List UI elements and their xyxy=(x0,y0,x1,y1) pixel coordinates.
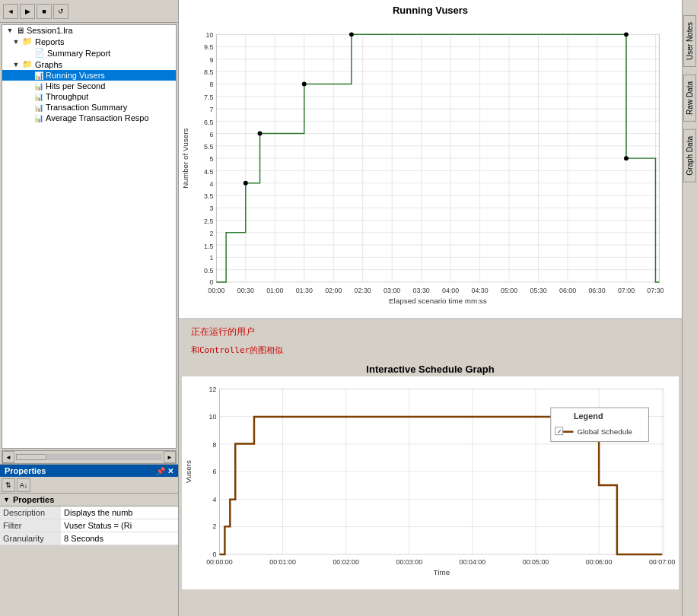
tree-label-hits: Hits per Second xyxy=(46,81,105,90)
tree-item-graphs[interactable]: ▼ 📁 Graphs xyxy=(2,59,176,70)
svg-text:3.5: 3.5 xyxy=(204,192,213,200)
svg-text:6.5: 6.5 xyxy=(204,119,213,126)
svg-text:02:30: 02:30 xyxy=(355,287,371,294)
tab-graph-data[interactable]: Graph Data xyxy=(683,129,696,183)
svg-point-80 xyxy=(302,82,307,87)
tree-item-txnsummary[interactable]: 📊 Transaction Summary xyxy=(2,102,176,113)
svg-text:05:30: 05:30 xyxy=(530,287,546,294)
scroll-right-btn[interactable]: ► xyxy=(164,451,176,463)
prop-val-granularity: 8 Seconds xyxy=(61,532,178,545)
prop-row-description: Description Displays the numb xyxy=(0,506,178,519)
svg-text:00:05:00: 00:05:00 xyxy=(523,558,549,566)
svg-text:0: 0 xyxy=(209,278,213,286)
svg-text:12: 12 xyxy=(209,386,217,393)
svg-text:3: 3 xyxy=(209,205,213,212)
horizontal-scrollbar[interactable]: ◄ ► xyxy=(2,450,177,464)
svg-text:04:00: 04:00 xyxy=(442,287,459,294)
tree-item-reports[interactable]: ▼ 📁 Reports xyxy=(2,36,176,47)
prop-toolbar: ⇅ A↓ xyxy=(0,477,178,494)
svg-text:4: 4 xyxy=(213,496,217,503)
annotation-area2: 和Controller的图相似 xyxy=(179,345,682,359)
svg-text:Elapsed scenario time mm:ss: Elapsed scenario time mm:ss xyxy=(389,297,487,305)
svg-point-82 xyxy=(624,32,629,37)
svg-text:00:01:00: 00:01:00 xyxy=(269,558,296,566)
tree-item-session[interactable]: ▼ 🖥 Session1.lra xyxy=(2,25,176,36)
svg-point-78 xyxy=(243,181,248,186)
svg-text:00:30: 00:30 xyxy=(237,287,254,294)
svg-text:✓: ✓ xyxy=(557,428,562,435)
svg-text:8: 8 xyxy=(213,441,217,449)
svg-text:0: 0 xyxy=(213,551,217,558)
svg-text:2: 2 xyxy=(213,522,217,530)
expand-icon-txnsummary xyxy=(22,103,34,111)
svg-text:1.5: 1.5 xyxy=(204,243,213,250)
toolbar-btn-3[interactable]: ■ xyxy=(37,4,52,19)
scroll-thumb[interactable] xyxy=(16,454,46,460)
expand-icon-throughput xyxy=(22,93,34,100)
svg-text:6: 6 xyxy=(209,131,213,138)
pin-icon: 📌 ✕ xyxy=(156,467,173,475)
tree-label-graphs: Graphs xyxy=(35,60,62,69)
tree-item-hits[interactable]: 📊 Hits per Second xyxy=(2,81,176,91)
expand-icon-summary xyxy=(22,49,34,57)
svg-text:07:30: 07:30 xyxy=(647,287,664,294)
svg-text:05:00: 05:00 xyxy=(501,287,517,294)
tree-label-session: Session1.lra xyxy=(27,26,73,35)
tree-item-summary[interactable]: 📄 Summary Report xyxy=(2,47,176,59)
svg-text:10: 10 xyxy=(209,413,217,421)
tree-area: ▼ 🖥 Session1.lra ▼ 📁 Reports 📄 Summary R… xyxy=(2,24,177,449)
tab-raw-data[interactable]: Raw Data xyxy=(683,75,696,122)
svg-text:00:00: 00:00 xyxy=(208,287,224,294)
expand-icon-graphs: ▼ xyxy=(10,61,22,68)
tab-user-notes[interactable]: User Notes xyxy=(683,15,696,67)
svg-text:03:30: 03:30 xyxy=(413,287,430,294)
prop-key-granularity: Granularity xyxy=(0,532,61,545)
right-content: Running Vusers xyxy=(179,0,682,616)
expand-icon-reports: ▼ xyxy=(10,38,22,46)
svg-text:04:30: 04:30 xyxy=(472,287,489,294)
schedule-chart: 0 2 4 6 8 10 12 00:00:00 00:01:00 00:02:… xyxy=(182,376,679,589)
svg-text:01:00: 01:00 xyxy=(266,287,283,294)
svg-text:0.5: 0.5 xyxy=(204,267,213,275)
svg-point-83 xyxy=(624,156,629,160)
toolbar-btn-1[interactable]: ◄ xyxy=(3,4,18,19)
prop-btn-1[interactable]: ⇅ xyxy=(2,478,15,492)
prop-key-description: Description xyxy=(0,506,61,519)
svg-text:Vusers: Vusers xyxy=(184,460,193,483)
tree-item-avgtxn[interactable]: 📊 Average Transaction Respo xyxy=(2,113,176,123)
tree-item-running[interactable]: 📊 Running Vusers xyxy=(2,70,176,81)
scroll-track[interactable] xyxy=(16,454,162,460)
prop-btn-2[interactable]: A↓ xyxy=(17,478,30,492)
toolbar-btn-4[interactable]: ↺ xyxy=(53,4,68,19)
svg-text:Time: Time xyxy=(434,568,450,576)
svg-text:00:04:00: 00:04:00 xyxy=(460,558,486,566)
prop-val-description: Displays the numb xyxy=(61,506,178,519)
svg-text:01:30: 01:30 xyxy=(296,287,313,294)
svg-text:07:00: 07:00 xyxy=(618,287,635,294)
properties-title: Properties xyxy=(5,466,46,475)
chart-bottom: Interactive Schedule Graph xyxy=(179,359,682,616)
svg-text:06:00: 06:00 xyxy=(559,287,576,294)
svg-text:4.5: 4.5 xyxy=(204,168,213,176)
tree-item-throughput[interactable]: 📊 Throughput xyxy=(2,91,176,102)
svg-text:03:00: 03:00 xyxy=(384,287,400,294)
scroll-left-btn[interactable]: ◄ xyxy=(2,451,14,463)
svg-text:7: 7 xyxy=(209,106,213,113)
svg-text:Number of Vusers: Number of Vusers xyxy=(181,129,189,189)
prop-key-filter: Filter xyxy=(0,519,61,532)
properties-header: Properties 📌 ✕ xyxy=(0,465,178,477)
svg-text:00:02:00: 00:02:00 xyxy=(333,558,359,566)
toolbar-btn-2[interactable]: ▶ xyxy=(20,4,35,19)
expand-icon-running xyxy=(22,71,34,79)
annotation-area: 正在运行的用户 xyxy=(179,319,682,345)
tree-label-summary: Summary Report xyxy=(47,49,110,58)
svg-point-81 xyxy=(349,32,354,37)
left-panel: ◄ ▶ ■ ↺ ▼ 🖥 Session1.lra ▼ 📁 Reports 📄 xyxy=(0,0,179,616)
tree-label-avgtxn: Average Transaction Respo xyxy=(46,113,149,122)
tree-label-reports: Reports xyxy=(35,37,65,46)
prop-row-granularity: Granularity 8 Seconds xyxy=(0,532,178,545)
svg-text:4: 4 xyxy=(209,180,213,188)
svg-text:Legend: Legend xyxy=(574,411,603,421)
prop-row-filter: Filter Vuser Status = (Ri xyxy=(0,519,178,532)
svg-text:1: 1 xyxy=(209,254,213,262)
